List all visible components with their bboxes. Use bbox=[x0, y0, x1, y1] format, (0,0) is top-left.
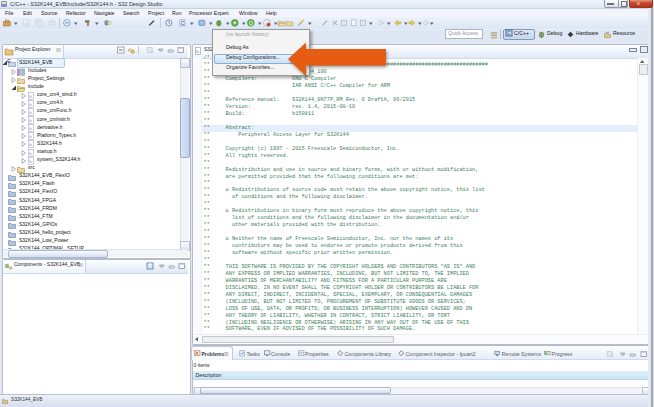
svg-text:C: C bbox=[507, 30, 511, 36]
svg-text:Q: Q bbox=[249, 20, 253, 26]
svg-text:C: C bbox=[7, 58, 11, 64]
svg-text:C: C bbox=[181, 20, 185, 26]
